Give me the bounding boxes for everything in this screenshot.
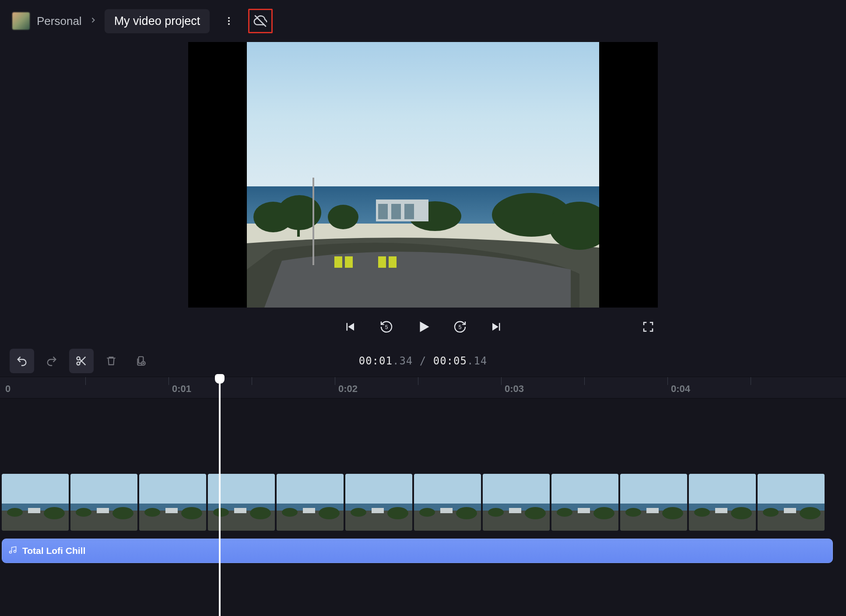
fullscreen-icon xyxy=(642,320,655,333)
svg-point-0 xyxy=(228,17,230,19)
video-thumbnail[interactable] xyxy=(139,474,206,531)
svg-text:5: 5 xyxy=(385,324,388,330)
audio-clip[interactable]: Total Lofi Chill xyxy=(2,539,833,563)
svg-rect-84 xyxy=(578,508,590,513)
ruler-label: 0:04 xyxy=(671,383,690,395)
fullscreen-button[interactable] xyxy=(639,317,658,336)
svg-point-82 xyxy=(557,508,572,517)
breadcrumb-workspace[interactable]: Personal xyxy=(37,14,82,28)
play-button[interactable] xyxy=(414,317,433,336)
svg-point-41 xyxy=(112,507,133,519)
svg-point-65 xyxy=(387,507,408,519)
svg-point-53 xyxy=(250,507,271,519)
svg-rect-85 xyxy=(620,474,687,504)
svg-point-88 xyxy=(625,508,641,517)
svg-point-76 xyxy=(488,508,504,517)
audio-clip-label: Total Lofi Chill xyxy=(22,546,85,556)
svg-point-64 xyxy=(351,508,366,517)
svg-point-77 xyxy=(525,507,546,519)
svg-rect-73 xyxy=(483,474,550,504)
video-thumbnail[interactable] xyxy=(551,474,618,531)
svg-rect-42 xyxy=(97,508,109,513)
svg-point-59 xyxy=(319,507,340,519)
app-root: Personal My video project xyxy=(0,0,846,616)
svg-rect-20 xyxy=(345,256,353,268)
timeline[interactable]: 0 0:010:020:030:04 xyxy=(0,377,846,616)
playhead[interactable] xyxy=(219,377,221,616)
video-thumbnail[interactable] xyxy=(620,474,687,531)
replay-5-icon: 5 xyxy=(379,320,393,334)
jump-start-button[interactable] xyxy=(340,317,359,336)
svg-rect-60 xyxy=(303,508,315,513)
waveform xyxy=(2,539,832,563)
redo-button[interactable] xyxy=(39,349,64,373)
ruler-label: 0:03 xyxy=(505,383,524,395)
music-note-icon xyxy=(8,546,17,556)
undo-button[interactable] xyxy=(10,349,34,373)
ruler-label: 0:02 xyxy=(338,383,358,395)
jump-end-button[interactable] xyxy=(487,317,506,336)
svg-point-71 xyxy=(456,507,477,519)
svg-rect-43 xyxy=(139,474,206,504)
video-thumbnail[interactable] xyxy=(345,474,412,531)
svg-rect-16 xyxy=(391,204,401,219)
svg-point-1 xyxy=(228,20,230,22)
play-icon xyxy=(415,319,431,335)
video-thumbnail[interactable] xyxy=(689,474,756,531)
project-title-chip[interactable]: My video project xyxy=(105,9,210,33)
svg-point-52 xyxy=(213,508,229,517)
svg-point-103 xyxy=(10,551,12,553)
timecode-total: 00:05 xyxy=(433,355,467,367)
redo-icon xyxy=(46,355,58,367)
forward-5-icon: 5 xyxy=(453,320,467,334)
rewind-5-button[interactable]: 5 xyxy=(377,317,396,336)
svg-text:5: 5 xyxy=(458,324,461,330)
time-ruler[interactable]: 0 0:010:020:030:04 xyxy=(0,377,846,399)
video-track[interactable] xyxy=(0,474,846,531)
video-thumbnail[interactable] xyxy=(208,474,275,531)
chevron-right-icon xyxy=(89,16,98,26)
cloud-sync-button[interactable] xyxy=(248,9,273,33)
svg-rect-4 xyxy=(247,42,599,191)
svg-rect-9 xyxy=(297,210,300,237)
timecode-current: 00:01 xyxy=(359,355,393,367)
forward-5-button[interactable]: 5 xyxy=(450,317,470,336)
svg-point-100 xyxy=(763,508,779,517)
svg-point-89 xyxy=(662,507,683,519)
delete-button[interactable] xyxy=(99,349,123,373)
scissors-icon xyxy=(75,355,88,367)
svg-rect-55 xyxy=(277,474,344,504)
svg-rect-72 xyxy=(440,508,453,513)
tracks-area[interactable]: Total Lofi Chill xyxy=(0,399,846,616)
svg-rect-54 xyxy=(234,508,246,513)
svg-rect-61 xyxy=(345,474,412,504)
svg-rect-67 xyxy=(414,474,481,504)
svg-rect-66 xyxy=(372,508,384,513)
svg-point-95 xyxy=(731,507,752,519)
video-thumbnail[interactable] xyxy=(414,474,481,531)
svg-point-34 xyxy=(7,508,23,517)
video-thumbnail[interactable] xyxy=(277,474,344,531)
svg-point-10 xyxy=(328,205,358,229)
svg-point-104 xyxy=(14,550,16,553)
svg-point-83 xyxy=(593,507,614,519)
avatar[interactable] xyxy=(12,12,30,30)
video-thumbnail[interactable] xyxy=(2,474,69,531)
video-thumbnail[interactable] xyxy=(758,474,825,531)
more-options-button[interactable] xyxy=(217,9,241,33)
timecode-display: 00:01.34 / 00:05.14 xyxy=(359,355,488,367)
svg-rect-97 xyxy=(758,474,825,504)
svg-point-94 xyxy=(694,508,710,517)
video-thumbnail[interactable] xyxy=(483,474,550,531)
video-preview[interactable] xyxy=(188,42,658,308)
svg-point-40 xyxy=(76,508,91,517)
svg-rect-15 xyxy=(378,204,388,219)
svg-point-8 xyxy=(253,202,293,232)
svg-point-47 xyxy=(181,507,202,519)
split-button[interactable] xyxy=(69,349,94,373)
duplicate-button[interactable] xyxy=(129,349,153,373)
project-title: My video project xyxy=(114,14,200,28)
svg-point-101 xyxy=(800,507,821,519)
video-thumbnail[interactable] xyxy=(70,474,137,531)
svg-rect-17 xyxy=(404,204,414,219)
